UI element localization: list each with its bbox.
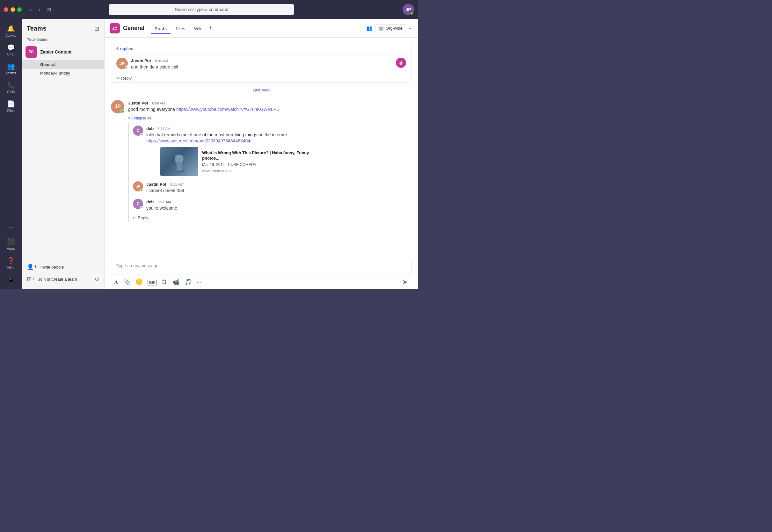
online-indicator [125, 66, 128, 69]
header-actions: 👥 🏢 Org-wide ··· [366, 24, 413, 32]
reply1-avatar: D [133, 126, 143, 136]
invite-people-button[interactable]: 👤+ Invite people [27, 261, 99, 273]
sidebar-item-activity[interactable]: 🔔 Activity [2, 22, 20, 40]
meet-button[interactable]: 📹 [170, 277, 181, 287]
traffic-lights [4, 7, 22, 12]
minimize-button[interactable] [11, 7, 15, 12]
more-apps-button[interactable]: ··· [5, 221, 16, 234]
attach-file-button[interactable]: 📎 [121, 277, 132, 287]
profile-avatar[interactable]: JP [403, 4, 414, 15]
format-icon: 𝐀 [114, 279, 118, 285]
channel-team-avatar: ZC [110, 23, 120, 33]
teams-title: Teams [27, 25, 47, 32]
link-preview-desc: Mar 19, 2012 - PURE COMEDY! [202, 162, 315, 167]
pinterest-link[interactable]: https://www.pinterest.com/pin/2203949754… [146, 138, 251, 143]
reply-thread-card: 6 replies JP Justin Pot 8:06 AM and then… [111, 43, 412, 83]
team-item-zapier-content[interactable]: ZC Zapier Content ··· [22, 44, 104, 60]
search-bar[interactable]: Search or type a command [109, 4, 294, 15]
reply3-body: deb 8:11 AM you're welcome [146, 199, 408, 212]
reply2-body: Justin Pot 8:11 AM i cannot unsee that [146, 181, 408, 194]
team-name-zapier: Zapier Content [40, 49, 100, 54]
sidebar-item-files[interactable]: 📄 Files [2, 97, 20, 115]
add-tab-button[interactable]: + [207, 24, 213, 33]
emoji-button[interactable]: 🙂 [133, 277, 144, 287]
sidebar-item-calls[interactable]: 📞 Calls [2, 79, 20, 96]
main-content: ZC General Posts Files Wiki + 👥 [105, 19, 418, 289]
thread-reply-3: D deb 8:11 AM you're welcome [129, 196, 412, 214]
sidebar: 🔔 Activity 💬 Chat 👥 Teams 📞 Calls 📄 File… [0, 19, 22, 289]
sidebar-item-teams[interactable]: 👥 Teams [2, 60, 20, 77]
link-preview-card: What Is Wrong With This Picture? | Haha … [160, 147, 319, 176]
format-text-button[interactable]: 𝐀 [112, 277, 120, 287]
teams-bottom: 👤+ Invite people ⊞+ Join or create a tea… [22, 257, 104, 289]
members-button[interactable]: 👥 [366, 25, 372, 31]
link-preview-title: What Is Wrong With This Picture? | Haha … [202, 150, 315, 161]
channel-item-monday-funday[interactable]: Monday-Funday [22, 69, 104, 77]
settings-icon[interactable]: ⚙ [95, 276, 99, 282]
main-layout: 🔔 Activity 💬 Chat 👥 Teams 📞 Calls 📄 File… [0, 19, 418, 289]
replies-count[interactable]: 6 replies [111, 43, 411, 54]
more-options-button[interactable]: ··· [409, 25, 413, 31]
join-icon: ⊞+ [27, 276, 35, 283]
thread-reply-action[interactable]: ↩ Reply [129, 214, 412, 222]
maximize-button[interactable] [17, 7, 22, 12]
join-create-button[interactable]: ⊞+ Join or create a team ⚙ [27, 273, 99, 285]
thread-message-body: Justin Pot 8:06 AM and then do a video c… [131, 58, 393, 70]
forward-button[interactable]: › [36, 5, 42, 14]
more-tools-button[interactable]: ··· [195, 277, 203, 287]
device-icon: 📱 [7, 276, 15, 283]
sticker-icon: 🗒 [162, 279, 167, 285]
reply3-author: deb [146, 199, 154, 204]
sidebar-item-calls-label: Calls [7, 90, 15, 94]
sidebar-item-apps-label: Apps [7, 247, 15, 250]
send-button[interactable]: ➤ [400, 277, 410, 287]
reply2-author: Justin Pot [146, 182, 166, 187]
teams-panel: Teams ⊟ Your teams ZC Zapier Content ···… [22, 19, 105, 289]
reply1-text: lolol that reminds me of one of the most… [146, 132, 408, 144]
activity-icon: 🔔 [7, 25, 15, 32]
link-preview-url: www.pinterest.com [202, 169, 315, 173]
close-button[interactable] [4, 7, 8, 12]
sidebar-item-activity-label: Activity [5, 33, 17, 37]
message-input-placeholder: Type a new message [116, 263, 158, 268]
sidebar-item-chat[interactable]: 💬 Chat [2, 41, 20, 59]
main-author-name: Justin Pot [128, 101, 148, 105]
reply2-online [140, 189, 143, 191]
reply1-online [140, 133, 143, 136]
team-avatar-zapier: ZC [25, 46, 37, 58]
messages-area[interactable]: 6 replies JP Justin Pot 8:06 AM and then… [105, 38, 418, 255]
svg-rect-1 [177, 164, 182, 171]
members-icon: 👥 [366, 25, 372, 31]
message-input-container: Type a new message 𝐀 📎 🙂 GIF 🗒 [105, 255, 418, 289]
org-wide-button[interactable]: 🏢 Org-wide [375, 24, 406, 32]
meet-icon: 📹 [172, 279, 179, 285]
reply1-author: deb [146, 126, 154, 131]
sticker-button[interactable]: 🗒 [160, 277, 169, 287]
sidebar-item-help[interactable]: ❓ Help [2, 254, 20, 272]
channel-item-general[interactable]: General [22, 60, 104, 69]
sidebar-item-apps[interactable]: ⬛ Apps [2, 235, 20, 253]
your-teams-label: Your teams [22, 35, 104, 44]
sidebar-item-device[interactable]: 📱 [2, 273, 20, 286]
tab-posts[interactable]: Posts [151, 24, 170, 34]
filter-button[interactable]: ⊟ [94, 25, 99, 32]
tab-files[interactable]: Files [172, 24, 189, 34]
channel-tabs: Posts Files Wiki + [151, 23, 213, 33]
thread-message-text: and then do a video call [131, 64, 393, 70]
main-message-text: good morning everyone https://www.youtub… [128, 106, 412, 113]
tab-wiki[interactable]: Wiki [190, 24, 206, 34]
back-button[interactable]: ‹ [27, 5, 33, 14]
message-input[interactable]: Type a new message [111, 259, 412, 275]
gif-button[interactable]: GIF [146, 277, 158, 287]
reply3-avatar: D [133, 199, 143, 209]
audio-button[interactable]: 🎵 [183, 277, 193, 287]
link-preview-content: What Is Wrong With This Picture? | Haha … [198, 147, 319, 176]
thread-reply-label: Reply [138, 215, 148, 220]
channel-header: ZC General Posts Files Wiki + 👥 [105, 19, 418, 38]
youtube-link[interactable]: https://www.youtube.com/watch?v=G76nKGWR… [176, 107, 279, 112]
reply-action[interactable]: ↩ Reply [111, 74, 411, 83]
compose-button[interactable]: ⊞ [45, 5, 53, 14]
main-message-time: 8:08 AM [152, 101, 165, 105]
thread-message-row: JP Justin Pot 8:06 AM and then do a vide… [111, 54, 411, 74]
collapse-all-button[interactable]: ▾ Collapse all [105, 115, 418, 122]
